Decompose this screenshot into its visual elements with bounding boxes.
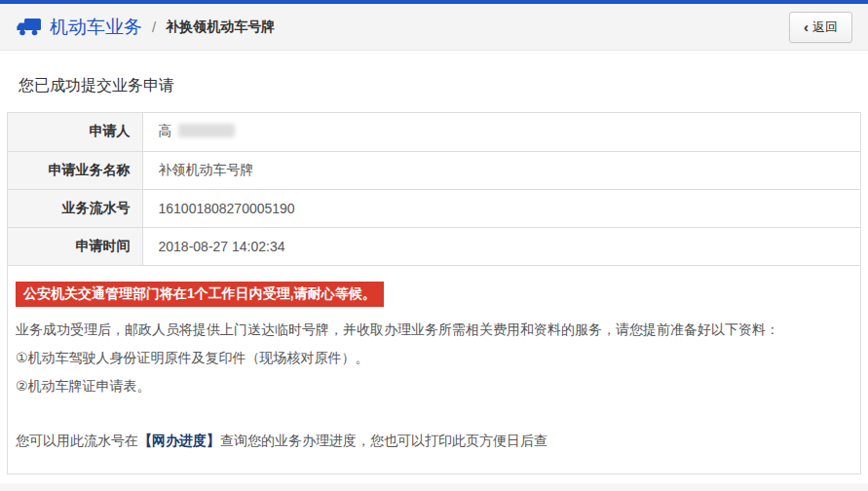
chevron-left-icon: ‹ xyxy=(804,19,809,34)
breadcrumb-current-page: 补换领机动车号牌 xyxy=(166,19,275,36)
row-value-business-name: 补领机动车号牌 xyxy=(142,151,860,189)
table-row: 申请人 高 xyxy=(8,113,860,151)
online-progress-link[interactable]: 【网办进度】 xyxy=(138,433,220,448)
row-value-apply-time: 2018-08-27 14:02:34 xyxy=(142,227,860,265)
row-label-business-name: 申请业务名称 xyxy=(8,151,142,189)
breadcrumb-module-title[interactable]: 机动车业务 xyxy=(50,15,142,40)
back-button-top-label: 返回 xyxy=(812,19,838,36)
row-label-apply-time: 申请时间 xyxy=(8,227,142,265)
page-header: 机动车业务 / 补换领机动车号牌 ‹ 返回 xyxy=(0,4,868,51)
page-footer: 返回 xyxy=(0,483,868,491)
applicant-name: 高 xyxy=(159,123,172,138)
notice-progress-line: 您可以用此流水号在【网办进度】查询您的业务办理进度，您也可以打印此页方便日后查 xyxy=(16,431,852,450)
row-value-applicant: 高 xyxy=(142,113,860,151)
spacer xyxy=(16,404,852,422)
row-value-serial-number: 161001808270005190 xyxy=(142,189,860,227)
table-row: 申请时间 2018-08-27 14:02:34 xyxy=(8,227,860,265)
details-panel: 申请人 高 申请业务名称 补领机动车号牌 业务流水号 1610018082700… xyxy=(7,112,861,474)
details-table: 申请人 高 申请业务名称 补领机动车号牌 业务流水号 1610018082700… xyxy=(8,113,860,266)
breadcrumb-separator: / xyxy=(152,19,156,35)
breadcrumb: 机动车业务 / 补换领机动车号牌 xyxy=(16,15,275,40)
progress-line-suffix: 查询您的业务办理进度，您也可以打印此页方便日后查 xyxy=(220,433,547,448)
row-label-serial-number: 业务流水号 xyxy=(8,189,142,227)
page: 机动车业务 / 补换领机动车号牌 ‹ 返回 您已成功提交业务申请 申请人 高 申… xyxy=(0,0,868,491)
table-row: 业务流水号 161001808270005190 xyxy=(8,189,860,227)
success-title: 您已成功提交业务申请 xyxy=(19,76,849,96)
notice-item-1: ①机动车驾驶人身份证明原件及复印件（现场核对原件）。 xyxy=(16,348,852,367)
truck-icon xyxy=(16,17,42,37)
table-row: 申请业务名称 补领机动车号牌 xyxy=(8,151,860,189)
back-button-top[interactable]: ‹ 返回 xyxy=(789,12,852,43)
notice-item-2: ②机动车牌证申请表。 xyxy=(16,376,852,396)
redacted-name xyxy=(178,124,235,137)
alert-banner: 公安机关交通管理部门将在1个工作日内受理,请耐心等候。 xyxy=(16,282,384,307)
main-content: 您已成功提交业务申请 申请人 高 申请业务名称 补领机动车号牌 业务流水号 16… xyxy=(0,51,868,474)
notice-line-1: 业务成功受理后，邮政人员将提供上门送达临时号牌，并收取办理业务所需相关费用和资料… xyxy=(16,320,852,339)
progress-line-prefix: 您可以用此流水号在 xyxy=(16,433,138,448)
notice-section: 公安机关交通管理部门将在1个工作日内受理,请耐心等候。 业务成功受理后，邮政人员… xyxy=(8,266,860,473)
row-label-applicant: 申请人 xyxy=(8,113,142,151)
